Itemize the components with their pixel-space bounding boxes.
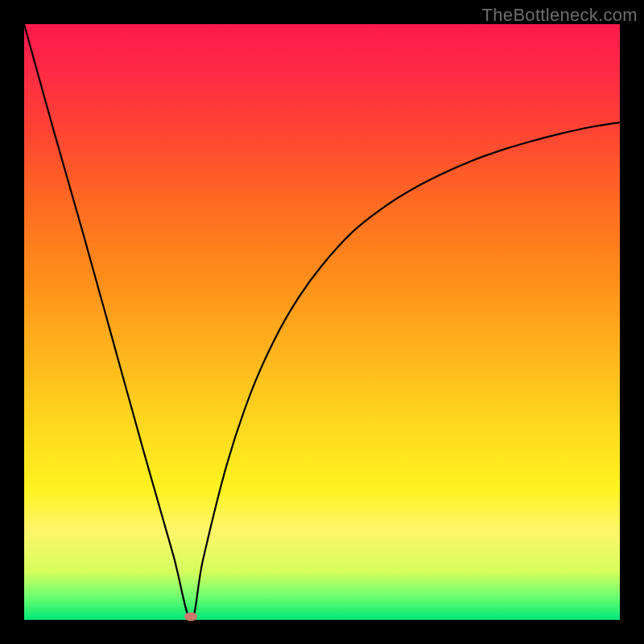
curve-path: [24, 24, 620, 620]
watermark-text: TheBottleneck.com: [482, 5, 638, 26]
optimum-marker: [184, 613, 197, 621]
bottleneck-curve: [24, 24, 620, 620]
plot-area: [24, 24, 620, 620]
chart-frame: TheBottleneck.com: [0, 0, 644, 644]
